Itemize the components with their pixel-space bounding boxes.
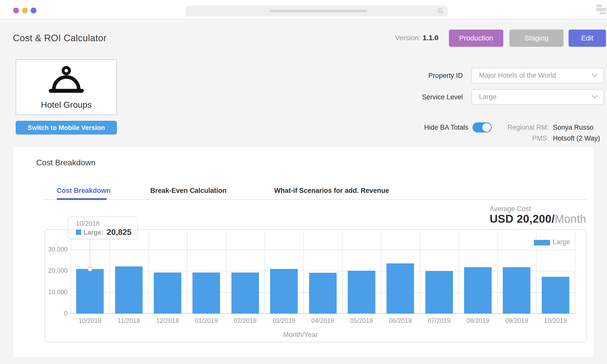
window-minimize-button[interactable] <box>22 8 28 13</box>
y-axis-tick-label: 20,000 <box>45 267 68 274</box>
property-id-value: Major Hotels of the World <box>479 72 556 79</box>
x-axis-tick-label: 06/2019 <box>381 317 420 324</box>
tab-break-even-calculation[interactable]: Break-Even Calculation <box>150 187 227 195</box>
panel-heading: Cost Breakdown <box>36 158 96 167</box>
gridline-vertical <box>226 232 226 313</box>
browser-menu-icon[interactable] <box>596 4 607 14</box>
average-cost-label: Average Cost <box>490 205 531 213</box>
browser-topbar <box>0 0 607 19</box>
bar-09/2019[interactable] <box>503 267 530 313</box>
address-bar-text-placeholder <box>269 10 367 12</box>
address-bar[interactable] <box>186 6 448 16</box>
gridline-vertical <box>303 232 304 313</box>
cost-chart: 010,00020,00030,00010/201811/201812/2018… <box>45 229 587 343</box>
bar-11/2018[interactable] <box>115 266 143 313</box>
active-tab-indicator <box>57 198 107 200</box>
gridline-horizontal <box>71 249 575 250</box>
gridline-vertical <box>187 232 187 313</box>
cost-breakdown-panel: Cost Breakdown Cost Breakdown Break-Even… <box>13 146 594 358</box>
gridline-horizontal <box>71 271 575 271</box>
x-axis-tick-label: 09/2019 <box>497 317 536 324</box>
property-id-select[interactable]: Major Hotels of the World <box>471 68 604 83</box>
x-axis-line <box>70 313 575 314</box>
tab-cost-breakdown[interactable]: Cost Breakdown <box>57 187 111 195</box>
x-axis-tick-label: 11/2018 <box>109 317 148 324</box>
page-title: Cost & ROI Calculator <box>13 33 106 43</box>
gridline-vertical <box>497 232 498 313</box>
gridline-vertical <box>420 232 420 313</box>
bar-03/2019[interactable] <box>270 269 298 313</box>
legend-label: Large <box>553 238 570 246</box>
tooltip-leader-line <box>90 238 90 266</box>
chevron-down-icon <box>591 73 598 78</box>
hide-ba-totals-toggle[interactable] <box>472 122 492 132</box>
chart-plot-area: 010,00020,00030,00010/201811/201812/2018… <box>45 230 586 342</box>
regional-rm-value: Sonya Russo <box>553 124 594 131</box>
x-axis-title: Month/Year <box>270 331 331 339</box>
edit-button[interactable]: Edit <box>569 30 606 47</box>
y-axis-tick-label: 0 <box>45 310 68 317</box>
x-axis-tick-label: 02/2019 <box>226 317 265 324</box>
property-id-label: Property ID <box>400 72 463 80</box>
y-axis-tick-label: 30,000 <box>45 246 68 253</box>
staging-button[interactable]: Staging <box>509 30 563 47</box>
bar-05/2019[interactable] <box>348 271 375 313</box>
toggle-knob <box>482 123 491 132</box>
window-close-button[interactable] <box>13 8 19 13</box>
bar-07/2019[interactable] <box>425 271 453 313</box>
x-axis-tick-label: 03/2019 <box>265 317 303 324</box>
service-level-value: Large <box>479 93 496 101</box>
average-cost-unit: Month <box>555 213 586 225</box>
version-label: Version: <box>395 34 421 42</box>
pms-label: PMS: <box>496 134 549 142</box>
tab-what-if-scenarios[interactable]: What-if Scenarios for add. Revenue <box>274 187 389 195</box>
version-value: 1.1.0 <box>423 34 438 42</box>
bar-12/2018[interactable] <box>154 272 181 313</box>
x-axis-tick-label: 07/2019 <box>420 317 459 324</box>
tabs-divider <box>44 199 586 200</box>
hotel-cloche-icon <box>49 65 84 97</box>
gridline-vertical <box>459 232 459 313</box>
production-button[interactable]: Production <box>449 30 503 47</box>
x-axis-tick-label: 10/2018 <box>71 317 109 324</box>
gridline-vertical <box>575 232 575 313</box>
average-cost-value: USD 20,200/Month <box>490 213 586 225</box>
tooltip-value: 20,825 <box>107 228 132 237</box>
bar-08/2019[interactable] <box>464 267 492 313</box>
x-axis-tick-label: 04/2019 <box>303 317 342 324</box>
x-axis-tick-label: 08/2019 <box>459 317 497 324</box>
x-axis-tick-label: 05/2019 <box>342 317 381 324</box>
tooltip-date: 10/2018 <box>76 220 100 228</box>
hide-ba-totals-label: Hide BA Totals <box>400 124 468 131</box>
bar-01/2019[interactable] <box>192 272 220 313</box>
x-axis-tick-label: 12/2018 <box>148 317 187 324</box>
service-level-label: Service Level <box>400 93 463 101</box>
gridline-vertical <box>342 232 343 313</box>
gridline-vertical <box>148 232 149 313</box>
tooltip-series-name: Large: <box>83 229 103 236</box>
gridline-vertical <box>71 232 71 313</box>
search-icon <box>437 7 444 15</box>
x-axis-tick-label: 10/2019 <box>536 317 575 324</box>
property-type-label: Hotel Groups <box>16 100 116 110</box>
chart-tooltip: 10/2018 Large: 20,825 <box>68 216 138 239</box>
y-axis-tick-label: 10,000 <box>45 288 68 296</box>
service-level-select[interactable]: Large <box>471 89 604 105</box>
bar-10/2019[interactable] <box>542 277 569 313</box>
bar-06/2019[interactable] <box>386 263 414 313</box>
bar-02/2019[interactable] <box>231 272 259 313</box>
chevron-down-icon <box>591 95 598 99</box>
gridline-vertical <box>109 232 110 313</box>
version-info: Version:1.1.0 <box>395 34 438 42</box>
tooltip-series-swatch <box>76 230 81 235</box>
switch-to-mobile-button[interactable]: Switch to Mobile Version <box>16 121 117 134</box>
regional-rm-label: Regional RM: <box>496 124 549 131</box>
property-type-card[interactable]: Hotel Groups <box>16 59 117 115</box>
window-maximize-button[interactable] <box>31 8 36 13</box>
bar-10/2018[interactable] <box>76 269 104 313</box>
bar-04/2019[interactable] <box>309 273 337 313</box>
gridline-vertical <box>265 232 265 313</box>
average-cost-amount: USD 20,200/ <box>490 213 555 225</box>
legend-swatch-large <box>534 240 550 245</box>
x-axis-tick-label: 01/2019 <box>187 317 226 324</box>
